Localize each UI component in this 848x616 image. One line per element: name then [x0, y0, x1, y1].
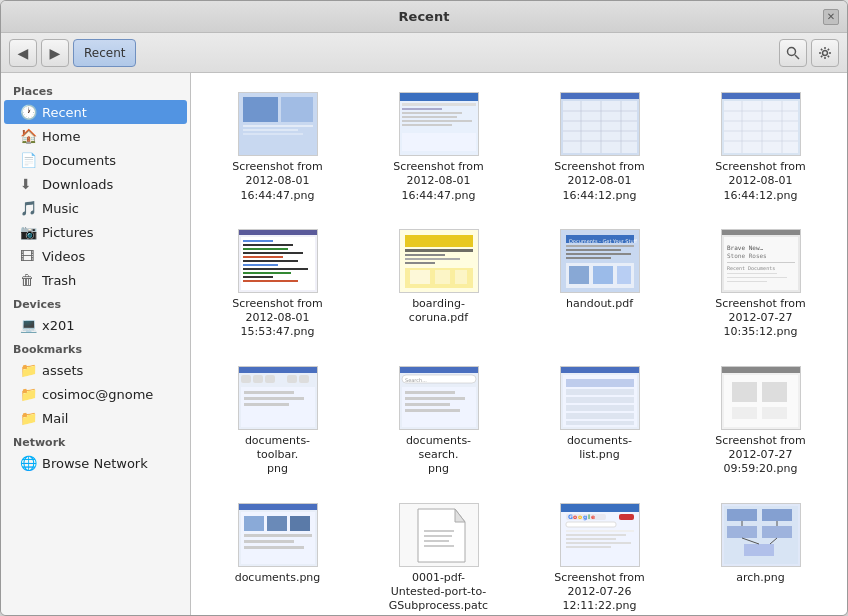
sidebar-item-downloads[interactable]: ⬇ Downloads	[4, 172, 187, 196]
file-thumbnail	[399, 503, 479, 567]
svg-rect-68	[566, 257, 611, 259]
sidebar-item-mail[interactable]: 📁 Mail	[4, 406, 187, 430]
svg-rect-47	[243, 264, 278, 266]
list-item[interactable]: Screenshot from2012-08-0116:44:47.png	[362, 83, 515, 212]
svg-rect-11	[402, 103, 476, 106]
svg-point-0	[788, 47, 796, 55]
sidebar-item-pictures[interactable]: 📷 Pictures	[4, 220, 187, 244]
list-item[interactable]: G o o g l e	[523, 494, 676, 615]
sidebar-label-recent: Recent	[42, 105, 87, 120]
svg-rect-19	[561, 93, 639, 99]
svg-rect-122	[244, 516, 264, 531]
sidebar-item-videos[interactable]: 🎞 Videos	[4, 244, 187, 268]
svg-rect-54	[405, 249, 473, 252]
svg-rect-125	[244, 534, 312, 537]
list-item[interactable]: Screenshot from2012-08-0116:44:12.png	[684, 83, 837, 212]
list-item[interactable]: arch.png	[684, 494, 837, 615]
svg-rect-157	[744, 544, 774, 556]
svg-rect-4	[243, 97, 278, 122]
forward-icon: ▶	[50, 45, 61, 61]
file-name: documents-list.png	[550, 434, 650, 463]
sidebar-label-trash: Trash	[42, 273, 76, 288]
svg-rect-144	[566, 522, 616, 527]
svg-rect-66	[566, 249, 621, 251]
svg-rect-88	[287, 375, 297, 383]
svg-text:Search...: Search...	[405, 377, 427, 383]
list-item[interactable]: Search... documents-search.png	[362, 357, 515, 486]
svg-text:Stone Roses: Stone Roses	[727, 252, 767, 259]
svg-rect-153	[727, 509, 757, 521]
content-area[interactable]: Screenshot from2012-08-0116:44:47.png	[191, 73, 847, 615]
sidebar: Places 🕐 Recent 🏠 Home 📄 Documents ⬇ Dow…	[1, 73, 191, 615]
search-button[interactable]	[779, 39, 807, 67]
svg-rect-81	[727, 277, 787, 278]
sidebar-item-cosimoc[interactable]: 📁 cosimoc@gnome	[4, 382, 187, 406]
svg-rect-86	[253, 375, 263, 383]
list-item[interactable]: documents.png	[201, 494, 354, 615]
list-item[interactable]: Screenshot from2012-08-0115:53:47.png	[201, 220, 354, 349]
svg-rect-108	[566, 397, 634, 403]
list-item[interactable]: Documents - Get Your Stuff handout.pdf	[523, 220, 676, 349]
recent-button[interactable]: Recent	[73, 39, 136, 67]
sidebar-item-browse-network[interactable]: 🌐 Browse Network	[4, 451, 187, 475]
titlebar: Recent ✕	[1, 1, 847, 33]
svg-rect-13	[402, 112, 462, 114]
svg-rect-156	[762, 526, 792, 538]
sidebar-item-home[interactable]: 🏠 Home	[4, 124, 187, 148]
list-item[interactable]: Screenshot from2012-08-0116:44:12.png	[523, 83, 676, 212]
file-name: Screenshot from2012-08-0116:44:47.png	[393, 160, 484, 203]
file-name: Screenshot from2012-08-0115:53:47.png	[232, 297, 323, 340]
file-grid: Screenshot from2012-08-0116:44:47.png	[201, 83, 837, 615]
file-name: handout.pdf	[566, 297, 633, 311]
settings-button[interactable]	[811, 39, 839, 67]
list-item[interactable]: Screenshot from2012-08-0116:44:47.png	[201, 83, 354, 212]
file-thumbnail	[721, 503, 801, 567]
svg-rect-48	[243, 268, 308, 270]
svg-rect-93	[244, 403, 289, 406]
svg-rect-74	[722, 230, 800, 235]
file-name: Screenshot from2012-07-2709:59:20.png	[715, 434, 806, 477]
svg-rect-89	[299, 375, 309, 383]
svg-rect-102	[405, 409, 460, 412]
search-icon	[786, 46, 800, 60]
list-item[interactable]: Screenshot from2012-07-2709:59:20.png	[684, 357, 837, 486]
file-name: 0001-pdf-Untested-port-to-GSubprocess.pa…	[389, 571, 489, 615]
home-icon: 🏠	[20, 128, 36, 144]
sidebar-label-videos: Videos	[42, 249, 85, 264]
documents-icon: 📄	[20, 152, 36, 168]
svg-rect-16	[402, 124, 452, 126]
file-thumbnail	[721, 92, 801, 156]
list-item[interactable]: boarding-coruna.pdf	[362, 220, 515, 349]
places-header: Places	[1, 79, 190, 100]
svg-rect-155	[727, 526, 757, 538]
svg-rect-100	[405, 397, 465, 400]
sidebar-item-assets[interactable]: 📁 assets	[4, 358, 187, 382]
svg-rect-10	[400, 93, 478, 101]
svg-rect-124	[290, 516, 310, 531]
list-item[interactable]: documents-toolbar.png	[201, 357, 354, 486]
list-item[interactable]: 0001-pdf-Untested-port-to-GSubprocess.pa…	[362, 494, 515, 615]
svg-rect-82	[727, 281, 767, 282]
forward-button[interactable]: ▶	[41, 39, 69, 67]
svg-rect-113	[722, 367, 800, 373]
list-item[interactable]: documents-list.png	[523, 357, 676, 486]
back-button[interactable]: ◀	[9, 39, 37, 67]
devices-header: Devices	[1, 292, 190, 313]
list-item[interactable]: Brave New… Stone Roses Recent Documents …	[684, 220, 837, 349]
svg-rect-91	[244, 391, 294, 394]
svg-rect-87	[265, 375, 275, 383]
file-name: arch.png	[736, 571, 784, 585]
svg-rect-8	[281, 97, 313, 122]
svg-rect-72	[617, 266, 631, 284]
svg-rect-148	[566, 538, 616, 540]
sidebar-item-music[interactable]: 🎵 Music	[4, 196, 187, 220]
sidebar-label-browse-network: Browse Network	[42, 456, 148, 471]
close-button[interactable]: ✕	[823, 9, 839, 25]
svg-rect-126	[244, 540, 294, 543]
sidebar-item-x201[interactable]: 💻 x201	[4, 313, 187, 337]
sidebar-item-documents[interactable]: 📄 Documents	[4, 148, 187, 172]
file-thumbnail	[560, 366, 640, 430]
sidebar-item-recent[interactable]: 🕐 Recent	[4, 100, 187, 124]
sidebar-item-trash[interactable]: 🗑 Trash	[4, 268, 187, 292]
back-icon: ◀	[18, 45, 29, 61]
